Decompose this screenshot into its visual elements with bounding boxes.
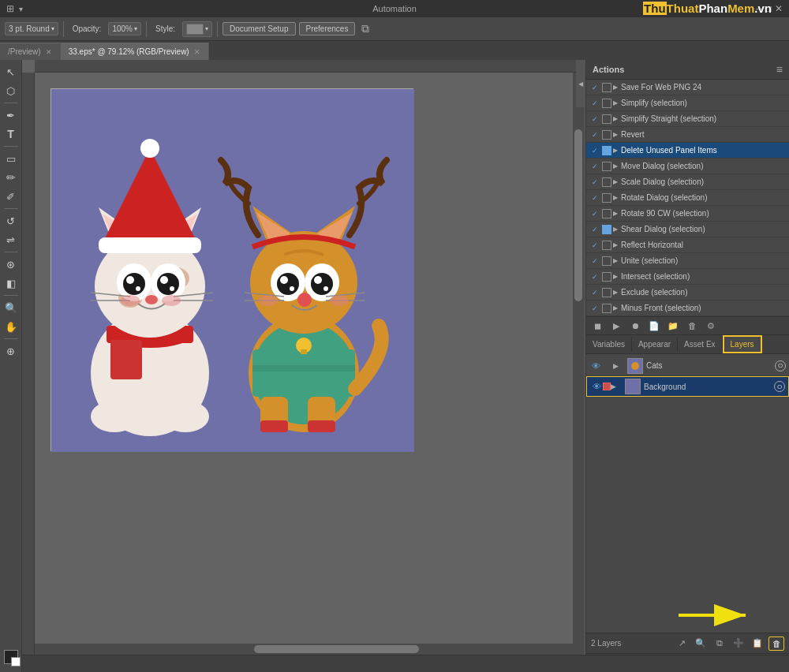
action-row[interactable]: ✓▶Intersect (selection) <box>586 269 789 285</box>
layer-visibility-icon[interactable]: 👁 <box>589 360 602 372</box>
gradient-tool[interactable]: ◧ <box>2 274 20 292</box>
action-expand-arrow: ▶ <box>613 194 618 201</box>
layer-row[interactable]: 👁▶CatsO <box>586 356 789 376</box>
dup-layer-btn[interactable]: 📋 <box>750 637 765 651</box>
action-box <box>602 256 611 266</box>
action-row[interactable]: ✓▶Scale Dialog (selection) <box>586 174 789 190</box>
action-row[interactable]: ✓▶Unite (selection) <box>586 253 789 269</box>
arrange-icon[interactable]: ⧉ <box>361 22 369 35</box>
annotation-arrow <box>671 595 765 635</box>
direct-select-tool[interactable]: ⬡ <box>2 82 20 99</box>
tab-active[interactable]: 33.eps* @ 79.12% (RGB/Preview) ✕ <box>61 43 209 60</box>
layer-visibility-icon[interactable]: 👁 <box>590 380 603 393</box>
stroke-color[interactable] <box>11 657 21 666</box>
layer-target-circle[interactable]: O <box>775 360 786 371</box>
make-clipping-mask-btn[interactable]: ↗ <box>674 637 690 651</box>
mirror-tool[interactable]: ⇌ <box>2 231 20 248</box>
selection-tool[interactable]: ↖ <box>2 63 20 80</box>
new-set-btn[interactable]: 📁 <box>665 319 681 333</box>
action-expand-arrow: ▶ <box>613 162 618 170</box>
layer-lock-icon[interactable] <box>602 360 613 371</box>
action-box <box>602 177 611 187</box>
tool-sep-6 <box>4 338 18 339</box>
actions-toolbar: ◼ ▶ ⏺ 📄 📁 🗑 ⚙ <box>586 316 789 334</box>
paintbrush-tool[interactable]: ✏ <box>2 169 20 186</box>
action-name: Move Dialog (selection) <box>621 162 786 170</box>
action-row[interactable]: ✓▶Shear Dialog (selection) <box>586 222 789 237</box>
pen-tool[interactable]: ✒ <box>2 106 20 124</box>
new-action-btn[interactable]: 📄 <box>646 319 662 333</box>
action-row[interactable]: ✓▶Reflect Horizontal <box>586 237 789 253</box>
fill-color[interactable] <box>4 650 18 664</box>
tab-preview[interactable]: /Preview) ✕ <box>0 43 61 60</box>
layer-row[interactable]: 👁▶BackgroundO <box>586 376 789 397</box>
zoom-tool[interactable]: 🔍 <box>2 299 20 316</box>
stop-btn[interactable]: ◼ <box>589 319 605 333</box>
blend-tool[interactable]: ⊛ <box>2 256 20 273</box>
action-row[interactable]: ✓▶Delete Unused Panel Items <box>586 143 789 159</box>
layer-expand-arrow[interactable]: ▶ <box>613 362 624 370</box>
tool-sep-2 <box>4 146 18 147</box>
panel-tab-variables[interactable]: Variables <box>586 337 632 352</box>
opacity-selector[interactable]: 100% ▾ <box>108 22 141 35</box>
tab-close-2[interactable]: ✕ <box>194 48 200 56</box>
rotate-tool[interactable]: ↺ <box>2 212 20 230</box>
delete-layer-btn[interactable]: 🗑 <box>768 637 784 651</box>
preferences-button[interactable]: Preferences <box>299 22 356 35</box>
h-scroll-thumb[interactable] <box>254 645 419 653</box>
action-row[interactable]: ✓▶Minus Front (selection) <box>586 301 789 316</box>
action-box <box>602 130 611 140</box>
locate-object-btn[interactable]: 🔍 <box>693 637 709 651</box>
action-row[interactable]: ✓▶Save For Web PNG 24 <box>586 80 789 95</box>
layer-target-circle[interactable]: O <box>774 381 785 392</box>
brush-size-selector[interactable]: 3 pt. Round ▾ <box>5 22 58 35</box>
action-row[interactable]: ✓▶Move Dialog (selection) <box>586 159 789 174</box>
collect-btn[interactable]: ⧉ <box>712 637 727 651</box>
action-row[interactable]: ✓▶Rotate 90 CW (selection) <box>586 206 789 222</box>
action-expand-arrow: ▶ <box>613 115 618 122</box>
action-row[interactable]: ✓▶Exclude (selection) <box>586 285 789 301</box>
hand-tool[interactable]: ✋ <box>2 318 20 335</box>
panel-tab-appearar[interactable]: Appearar <box>632 337 678 352</box>
canvas-content[interactable] <box>35 73 584 655</box>
panel-tab-layers[interactable]: Layers <box>723 335 762 353</box>
more-tools[interactable]: ⊕ <box>2 342 20 360</box>
layer-lock-icon[interactable] <box>603 383 611 390</box>
type-tool[interactable]: T <box>2 125 20 143</box>
actions-menu-btn[interactable]: ≡ <box>776 63 783 76</box>
v-scroll-thumb[interactable] <box>574 129 582 301</box>
action-box <box>602 241 611 250</box>
action-row[interactable]: ✓▶Simplify Straight (selection) <box>586 111 789 127</box>
style-selector[interactable]: ▾ <box>182 21 212 37</box>
delete-action-btn[interactable]: 🗑 <box>684 319 700 333</box>
layer-thumbnail <box>625 379 641 394</box>
record-btn[interactable]: ⏺ <box>627 319 643 333</box>
close-btn[interactable]: ✕ <box>775 3 783 14</box>
play-btn[interactable]: ▶ <box>608 319 624 333</box>
horizontal-scrollbar[interactable] <box>35 644 584 655</box>
new-layer-btn[interactable]: ➕ <box>731 637 746 651</box>
action-options-btn[interactable]: ⚙ <box>703 319 719 333</box>
layer-expand-arrow[interactable]: ▶ <box>611 383 622 390</box>
document-setup-button[interactable]: Document Setup <box>222 22 296 35</box>
tab-label-1: /Preview) <box>8 47 41 56</box>
action-check-icon: ✓ <box>589 129 600 140</box>
action-row[interactable]: ✓▶Simplify (selection) <box>586 95 789 111</box>
tab-close-1[interactable]: ✕ <box>46 48 52 56</box>
action-row[interactable]: ✓▶Revert <box>586 127 789 143</box>
pencil-tool[interactable]: ✐ <box>2 188 20 205</box>
right-panel: Actions ≡ ✓▶Save For Web PNG 24✓▶Simplif… <box>585 60 789 672</box>
layer-thumbnail <box>627 358 643 374</box>
panel-collapse-handle[interactable]: ◀ <box>576 60 585 107</box>
app-menu[interactable]: ▾ <box>19 5 23 13</box>
action-name: Delete Unused Panel Items <box>621 146 786 155</box>
vertical-scrollbar[interactable] <box>573 73 584 644</box>
ruler-vertical <box>22 73 35 655</box>
action-expand-arrow: ▶ <box>613 131 618 138</box>
shape-tool[interactable]: ▭ <box>2 150 20 167</box>
svg-point-61 <box>162 295 181 306</box>
action-row[interactable]: ✓▶Rotate Dialog (selection) <box>586 190 789 206</box>
svg-point-12 <box>126 276 134 284</box>
tabs-bar: /Preview) ✕ 33.eps* @ 79.12% (RGB/Previe… <box>0 41 789 60</box>
panel-tab-asset-ex[interactable]: Asset Ex <box>678 337 722 352</box>
